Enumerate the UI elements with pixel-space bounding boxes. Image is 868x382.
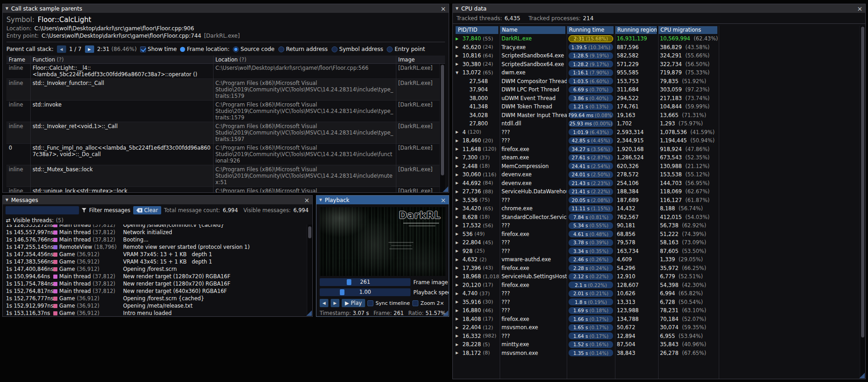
callstack-row[interactable]: inline std::unique_lock<std::mutex>::loc… (6, 187, 445, 192)
cpu-row[interactable]: ▶ 16,880 (46) ??? 1.69 s (0.18%) 123,988… (453, 306, 865, 315)
cpu-row[interactable]: ▶ 4,740 (37) ??? 2.01 s (0.21%) 10,626 6… (453, 289, 865, 298)
close-icon[interactable]: × (440, 6, 446, 12)
message-row[interactable]: 1s 147,354,456ns Game (36,912) VRAM 37x4… (3, 251, 306, 258)
expand-icon[interactable]: ▶ (456, 54, 461, 58)
scrollbar-thumb[interactable] (441, 65, 444, 175)
prev-callstack-button[interactable]: ◀ (57, 45, 66, 53)
cpu-row[interactable]: ▶ 22,404 (12) msvsmon.exe 1.65 s (0.17%)… (453, 323, 865, 332)
col-running-time[interactable]: Running time (567, 26, 614, 34)
close-icon[interactable]: × (857, 6, 862, 12)
expand-icon[interactable]: ▶ (456, 232, 461, 236)
cpu-row[interactable]: ▶ 16,332 (982) ??? 1.64 s (0.17%) 12,894… (453, 332, 865, 341)
collapse-icon[interactable]: ▼ (456, 6, 458, 11)
col-location[interactable]: Location (?) (213, 56, 396, 63)
col-cpu-migrations[interactable]: CPU migrations (658, 26, 717, 34)
frame-image-slider[interactable]: 261 (320, 278, 411, 286)
cpu-row[interactable]: ▶ 27,736 (88) ServiceHub.DataWarehouse 2… (453, 187, 865, 196)
zoom-2x-checkbox[interactable] (412, 300, 418, 306)
cpu-row[interactable]: 38,000 uDWM Event Thread 3.86 s (0.40%) … (453, 94, 865, 103)
expand-icon[interactable]: ▶ (456, 181, 461, 185)
close-icon[interactable]: × (304, 197, 310, 203)
cpu-row[interactable]: ▶ 536 (49) firefox.exe 4.61 s (0.48%) 68… (453, 230, 865, 239)
cpu-row[interactable]: ▶ 10,816 (64) ScriptedSandbox64.exe 1:28… (453, 51, 865, 60)
message-row[interactable]: 1s 152,776,777ns Game (36,912) Opening /… (3, 295, 306, 302)
callstack-row[interactable]: inline std::invoke C:\Program Files (x86… (6, 101, 445, 122)
message-row[interactable]: 1s 151,754,784ns Main thread (37,812) Ne… (3, 280, 306, 287)
callstack-row[interactable]: 0 std::_Func_impl_no_alloc<<lambda_5bc22… (6, 144, 445, 165)
expand-icon[interactable]: ▶ (456, 198, 461, 202)
cpu-row[interactable]: ▶ 44,692 (84) devenv.exe 21.43 s (2.23%)… (453, 179, 865, 188)
cpu-row[interactable]: 41,348 DWM Token Thread 1.21 s (0.13%) 1… (453, 102, 865, 111)
expand-icon[interactable]: ▶ (456, 283, 461, 287)
expand-icon[interactable]: ▶ (456, 326, 461, 330)
expand-icon[interactable]: ▶ (456, 266, 461, 270)
expand-icon[interactable]: ▶ (456, 207, 461, 211)
cpu-row[interactable]: ▶ 45,620 (24) Tracy.exe 1:39.5 (10.34%) … (453, 43, 865, 52)
expand-icon[interactable]: ▼ (456, 71, 461, 75)
col-name[interactable]: Name (500, 26, 565, 34)
cpu-row[interactable]: ▶ 4 (120) ??? 1:01.9 (6.43%) 2,593,314 1… (453, 128, 865, 137)
message-row[interactable]: 1s 145,557,997ns Main thread (37,812) Ne… (3, 229, 306, 236)
sync-timeline-checkbox[interactable] (367, 300, 373, 306)
col-function[interactable]: Function (?) (30, 56, 213, 63)
collapse-icon[interactable]: ▼ (6, 6, 8, 11)
resize-grip[interactable] (306, 310, 312, 316)
expand-icon[interactable]: ▶ (456, 164, 461, 168)
expand-icon[interactable]: ▶ (456, 37, 461, 41)
close-icon[interactable]: × (440, 197, 446, 203)
cpu-row[interactable]: ▶ 22,804 (45) ??? 3.78 s (0.39%) 79,578 … (453, 238, 865, 247)
message-row[interactable]: 1s 146,576,766ns Main thread (37,812) Bo… (3, 236, 306, 243)
expand-icon[interactable]: ▶ (456, 292, 461, 296)
cpu-row[interactable]: ▶ 18,408 (17) firefox.exe 1.66 s (0.17%)… (453, 315, 865, 324)
cpu-titlebar[interactable]: ▼ CPU data × (453, 4, 865, 13)
expand-icon[interactable]: ▶ (456, 241, 461, 245)
expand-icon[interactable]: ▶ (456, 215, 461, 219)
callstack-row[interactable]: inline std::_Invoker_ret<void,1>::_Call … (6, 122, 445, 144)
expand-icon[interactable]: ▶ (456, 45, 461, 49)
play-button[interactable]: ▶ Play (342, 299, 365, 307)
cpu-row[interactable]: 34,028 DWM Master Input Thread 799.64 ms… (453, 111, 865, 120)
cpu-row[interactable]: ▶ 17,532 (56) ??? 5.34 s (0.55%) 90,181 … (453, 221, 865, 230)
cpu-row[interactable]: ▶ 30,060 (116) devenv.exe 24.01 s (2.50%… (453, 170, 865, 179)
cpu-row[interactable]: ▶ 7,300 (37) steam.exe 27.61 s (2.87%) 1… (453, 153, 865, 162)
next-frame-button[interactable]: ▶ (331, 299, 339, 307)
cpu-row[interactable]: ▶ 18,968 (1,018) ServiceHub.SettingsHost… (453, 272, 865, 281)
cpu-row[interactable]: ▶ 18,172 (8) msvsmon.exe 1.35 s (0.14%) … (453, 349, 865, 358)
col-running-regions[interactable]: Running regions (615, 26, 657, 34)
message-row[interactable]: 1s 147,383,566ns Game (36,912) VRAM 43x4… (3, 258, 306, 265)
expand-icon[interactable]: ▶ (456, 334, 461, 338)
visible-threads-row[interactable]: ⇄ Visible threads: (5) (3, 216, 312, 225)
expand-icon[interactable]: ▶ (456, 300, 461, 304)
message-row[interactable]: 1s 147,400,846ns Game (36,912) Opening /… (3, 265, 306, 273)
playback-titlebar[interactable]: ▼ Playback × (316, 196, 449, 204)
scrollbar-thumb[interactable] (308, 226, 311, 238)
expand-icon[interactable]: ▶ (456, 173, 461, 177)
cpu-row[interactable]: ▶ 28,228 (5) mintty.exe 1.52 s (0.16%) 8… (453, 340, 865, 349)
col-image[interactable]: Image (396, 56, 440, 63)
frame-location-radio[interactable]: Return address (278, 46, 328, 52)
cpu-row[interactable]: ▶ 8,628 (18) StandardCollector.Service.e… (453, 213, 865, 222)
cpu-row[interactable]: 27,548 DWM Compositor Thread 1:03.5 (6.6… (453, 77, 865, 86)
clear-button[interactable]: Clear (133, 206, 161, 214)
resize-grip[interactable] (443, 310, 448, 316)
expand-icon[interactable]: ▶ (456, 224, 461, 228)
messages-titlebar[interactable]: ▼ Messages × (3, 196, 312, 204)
expand-icon[interactable]: ▶ (456, 130, 461, 134)
cpu-row[interactable]: ▼ 13,072 (65) dwm.exe 1:16.1 (7.90%) 955… (453, 68, 865, 77)
callstack-row[interactable]: inline std::_Invoker_functor::_Call C:\P… (6, 79, 445, 101)
col-frame[interactable]: Frame (6, 56, 30, 63)
frame-location-radio[interactable]: Symbol address (332, 46, 383, 52)
expand-icon[interactable]: ▶ (456, 275, 461, 279)
frame-image[interactable]: DarkRL (320, 207, 445, 276)
resize-grip[interactable] (443, 186, 448, 192)
expand-icon[interactable]: ▶ (456, 139, 461, 143)
message-row[interactable]: 1s 147,255,145ns RemoteView (18,796) Rem… (3, 243, 306, 251)
message-row[interactable]: 1s 153,116,37ns Game (36,912) Intro menu… (3, 309, 306, 316)
cpu-row[interactable]: ▶ 3,536 (75) ??? 20.05 s (2.08%) 187,689… (453, 196, 865, 205)
playback-speed-slider[interactable]: 1.00 (320, 288, 411, 296)
next-callstack-button[interactable]: ▶ (85, 45, 94, 53)
callstack-titlebar[interactable]: ▼ Call stack sample parents × (3, 4, 449, 13)
filter-input[interactable] (6, 206, 79, 214)
callstack-row[interactable]: inline std::_Mutex_base::lock C:\Program… (6, 165, 445, 187)
scrollbar-thumb[interactable] (861, 27, 864, 337)
